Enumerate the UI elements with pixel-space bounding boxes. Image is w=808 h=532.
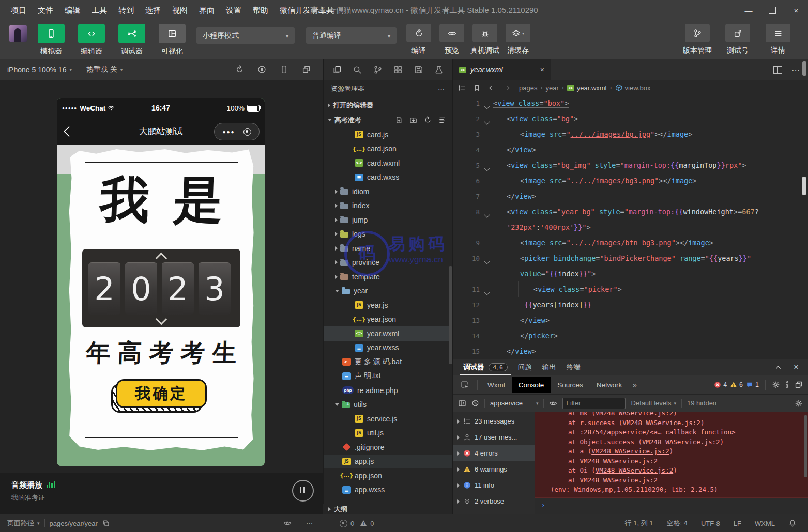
source-control-icon[interactable] [373, 65, 383, 74]
maximize-button[interactable] [760, 0, 784, 21]
refresh-icon[interactable] [424, 116, 432, 124]
bookmark-icon[interactable] [473, 84, 481, 92]
hot-reload-toggle[interactable]: 热重载 关 ▾ [79, 65, 130, 74]
tree-item-year[interactable]: year [324, 284, 452, 299]
devtools-tab-Wxml[interactable]: Wxml [481, 377, 512, 393]
files-icon[interactable] [332, 65, 342, 74]
action-编译-button[interactable]: 编译 [404, 24, 433, 55]
multi-window-icon[interactable] [302, 65, 311, 74]
tree-item-year.wxml[interactable]: <>year.wxml [324, 326, 452, 341]
tree-item-year.wxss[interactable]: ≡year.wxss [324, 341, 452, 355]
debugger-tab-终端[interactable]: 终端 [563, 359, 584, 375]
more-icon[interactable]: ⋯ [791, 65, 800, 75]
tree-item-util.js[interactable]: JSutil.js [324, 426, 452, 441]
menu-item-帮助[interactable]: 帮助 [247, 0, 274, 21]
open-editors-section[interactable]: 打开的编辑器 [324, 98, 452, 113]
console-output[interactable]: at mk (VM248 WAService.js:2)at r.success… [535, 412, 808, 515]
eye-icon[interactable] [549, 399, 557, 408]
tab-year-wxml[interactable]: <> year.wxml × [453, 59, 551, 80]
split-editor-icon[interactable] [773, 66, 782, 74]
debugger-tab-调试器[interactable]: 调试器4, 6 [460, 359, 511, 375]
tree-item-template[interactable]: template [324, 270, 452, 284]
navigate-forward-icon[interactable] [503, 84, 511, 92]
project-section[interactable]: 高考准考 [324, 113, 452, 128]
breadcrumb-item-year.wxml[interactable]: <>year.wxml [567, 84, 607, 92]
tree-item-更 多 源 码.bat[interactable]: >_更 多 源 码.bat [324, 355, 452, 369]
more-icon[interactable]: ●●● [222, 129, 238, 135]
editor-scrollbar-thumb[interactable] [802, 61, 806, 76]
gear-icon[interactable] [772, 381, 780, 389]
kebab-menu-icon[interactable] [783, 381, 791, 389]
tree-item-card.json[interactable]: {…}card.json [324, 142, 452, 157]
menu-item-编辑[interactable]: 编辑 [59, 0, 86, 21]
tree-item-card.js[interactable]: JScard.js [324, 128, 452, 142]
close-button[interactable]: × [784, 0, 808, 21]
stack-link[interactable]: VM248 WAService.js:2 [580, 457, 658, 465]
page-path-dropdown[interactable]: 页面路径 ▾ [7, 519, 40, 528]
outline-list-icon[interactable] [458, 84, 466, 92]
menu-item-工具[interactable]: 工具 [86, 0, 113, 21]
log-levels-dropdown[interactable]: Default levels ▾ [631, 399, 676, 407]
year-picker[interactable]: 2023 [82, 249, 240, 327]
stack-link[interactable]: VM248 WAService.js:2 [596, 466, 674, 474]
more-icon[interactable]: ⋯ [306, 520, 313, 527]
navigate-back-icon[interactable] [488, 84, 496, 92]
menu-item-界面[interactable]: 界面 [193, 0, 220, 21]
explorer-scrollbar[interactable] [449, 266, 452, 364]
tree-item-.gitignore[interactable]: .gitignore [324, 440, 452, 455]
eye-icon[interactable] [283, 519, 292, 527]
bell-icon[interactable] [788, 519, 797, 527]
tree-item-utils[interactable]: utils [324, 398, 452, 412]
tree-item-app.js[interactable]: JSapp.js [324, 455, 452, 469]
editor-scrollbar-thumb-2[interactable] [802, 177, 806, 195]
extensions-icon[interactable] [393, 65, 403, 74]
action-详情-button[interactable]: 详情 [764, 24, 792, 55]
undock-icon[interactable] [795, 381, 803, 389]
sidebar-toggle-icon[interactable] [458, 399, 466, 408]
tree-item-card.wxml[interactable]: <>card.wxml [324, 156, 452, 170]
tree-item-index[interactable]: index [324, 199, 452, 213]
chevron-up-icon[interactable] [774, 364, 782, 371]
tree-item-year.json[interactable]: {…}year.json [324, 312, 452, 327]
compile-dropdown[interactable]: 普通编译 ▾ [306, 27, 397, 44]
close-icon[interactable]: × [794, 362, 799, 372]
tree-item-logs[interactable]: logs [324, 227, 452, 242]
warning-count[interactable]: 6 [730, 381, 743, 388]
action-测试号-button[interactable]: 测试号 [723, 24, 752, 55]
stop-icon[interactable] [257, 65, 266, 74]
action-清缓存-button[interactable]: ▾清缓存 [504, 24, 532, 55]
error-count[interactable]: 4 [714, 381, 727, 388]
code-area[interactable]: 1<view class="box">2<view class="bg">3<i… [453, 96, 808, 359]
devtools-tab-Network[interactable]: Network [590, 377, 629, 393]
stack-link[interactable]: VM248 WAService.js:2 [622, 419, 700, 427]
message-count[interactable]: 1 [746, 381, 759, 388]
stack-link[interactable]: VM248 WAService.js:2 [596, 412, 674, 417]
tree-item-card.wxss[interactable]: ≡card.wxss [324, 170, 452, 185]
close-icon[interactable]: × [540, 66, 544, 74]
more-tabs-icon[interactable]: » [629, 381, 641, 389]
breadcrumb-item-year[interactable]: year [545, 84, 558, 92]
console-filter-17 user mes...[interactable]: 17 user mes... [453, 429, 535, 445]
new-file-icon[interactable] [395, 116, 403, 124]
search-icon[interactable] [353, 65, 362, 74]
stack-link[interactable]: VM248 WAService.js:2 [591, 447, 669, 455]
save-icon[interactable] [414, 65, 423, 74]
explorer-problems[interactable]: 0 0 [331, 514, 374, 532]
tree-item-year.js[interactable]: JSyear.js [324, 298, 452, 312]
more-icon[interactable]: ⋯ [438, 85, 445, 93]
console-filter-4 errors[interactable]: 4 errors [453, 445, 535, 461]
devtools-tab-Sources[interactable]: Sources [551, 377, 590, 393]
pause-button[interactable] [292, 480, 314, 502]
action-真机调试-button[interactable]: 真机调试 [470, 24, 499, 55]
menu-item-设置[interactable]: 设置 [220, 0, 247, 21]
minimize-button[interactable]: — [737, 0, 760, 21]
tree-item-service.js[interactable]: JSservice.js [324, 412, 452, 426]
reload-icon[interactable] [235, 65, 244, 74]
indent-setting[interactable]: 空格: 4 [667, 519, 688, 528]
stack-link[interactable]: VM248 WAService.js:2 [580, 476, 658, 484]
tree-item-province[interactable]: province [324, 256, 452, 270]
device-frame-icon[interactable] [280, 65, 288, 74]
tree-item-idiom[interactable]: idiom [324, 184, 452, 199]
copy-icon[interactable] [102, 520, 110, 527]
avatar[interactable] [9, 25, 27, 42]
